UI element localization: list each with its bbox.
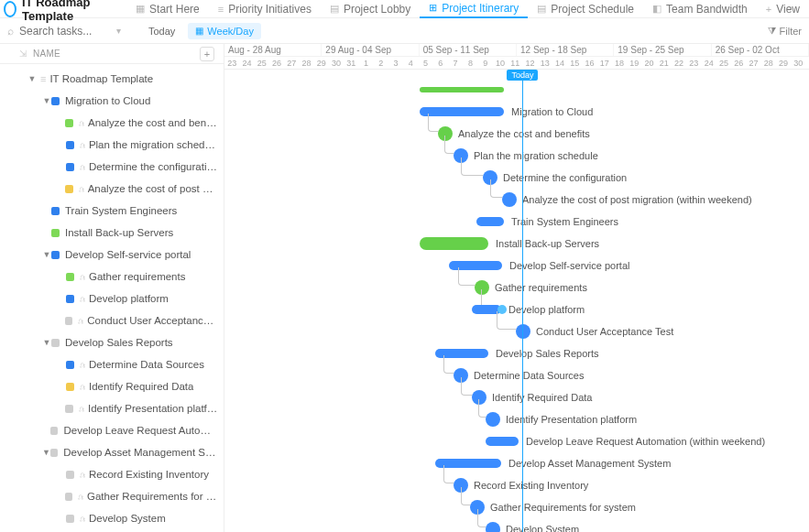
gantt-label: Conduct User Acceptance Test: [536, 326, 673, 337]
gantt-row[interactable]: Develop platform: [224, 299, 809, 320]
tree-row[interactable]: Train System Engineers: [0, 200, 224, 222]
gantt-row[interactable]: Conduct User Acceptance Test: [224, 320, 809, 342]
tab-4[interactable]: ▤Project Schedule: [528, 0, 643, 18]
tree-row[interactable]: ▼Develop Asset Management System: [0, 441, 224, 463]
gantt-bar[interactable]: [486, 437, 519, 446]
caret-icon[interactable]: ▼: [42, 96, 51, 105]
status-square: [51, 229, 60, 237]
weekday-label: Week/Day: [207, 26, 254, 37]
tree-row[interactable]: ⎌Record Existing Inventory: [0, 463, 224, 485]
filter-label: Filter: [780, 26, 802, 37]
search-input[interactable]: [19, 25, 111, 38]
task-name: Conduct User Acceptance Test: [87, 315, 218, 326]
main-split: ⇲ NAME + ▼≡IT Roadmap Template▼Migration…: [0, 44, 809, 532]
week-header: 26 Sep - 02 Oct: [712, 44, 809, 56]
gantt-row[interactable]: Migration to Cloud: [224, 101, 809, 123]
status-square: [65, 119, 73, 127]
tree-row[interactable]: ▼≡IT Roadmap Template: [0, 68, 224, 90]
tree-row[interactable]: ⎌Gather requirements: [0, 266, 224, 288]
gantt-milestone[interactable]: [486, 412, 500, 427]
gantt-milestone[interactable]: [475, 280, 489, 295]
dependency-line: [461, 487, 470, 505]
tree-row[interactable]: ⎌Develop System: [0, 507, 224, 529]
gantt-bar[interactable]: [449, 261, 502, 270]
name-column-header: NAME: [33, 49, 60, 59]
gantt-label: Gather requirements: [495, 282, 587, 293]
status-square: [66, 163, 74, 171]
week-header: 12 Sep - 18 Sep: [517, 44, 614, 56]
gantt-summary-bar[interactable]: [420, 87, 504, 92]
tab-6[interactable]: +View: [757, 0, 809, 18]
gantt-row[interactable]: Develop System: [224, 518, 809, 532]
gantt-milestone[interactable]: [502, 192, 517, 207]
gantt-label: Analyze the cost of post migration (with…: [522, 194, 752, 205]
gantt-bar[interactable]: [420, 237, 488, 250]
tab-label: Start Here: [149, 3, 200, 16]
day-cell: 29: [776, 57, 791, 69]
dependency-line: [458, 267, 475, 286]
tree-row[interactable]: ⎌Analyze the cost of post mig...: [0, 178, 224, 200]
gantt-milestone[interactable]: [486, 522, 500, 532]
tree-row[interactable]: ⎌Develop platform: [0, 288, 224, 309]
caret-icon[interactable]: ▼: [42, 448, 50, 457]
caret-icon[interactable]: ▼: [42, 250, 51, 259]
tab-0[interactable]: ▦Start Here: [126, 0, 209, 18]
gantt-row[interactable]: Gather Requirements for system: [224, 496, 809, 518]
gantt-label: Identify Required Data: [492, 392, 592, 403]
gantt-chart[interactable]: TodayMigration to CloudAnalyze the cost …: [224, 70, 809, 532]
tree-row[interactable]: ⎌Plan the migration schedule: [0, 134, 224, 156]
gantt-row[interactable]: Develop Self-service portal: [224, 255, 809, 277]
gantt-row[interactable]: Plan the migration schedule: [224, 145, 809, 167]
gantt-row[interactable]: Record Existing Inventory: [224, 474, 809, 496]
subtask-icon: ⎌: [80, 272, 85, 282]
day-cell: 25: [716, 57, 731, 69]
gantt-row[interactable]: Develop Sales Reports: [224, 342, 809, 364]
gantt-row[interactable]: Develop Leave Request Automation (within…: [224, 430, 809, 452]
tree-row[interactable]: Develop Leave Request Automation: [0, 419, 224, 441]
dependency-line: [461, 377, 472, 396]
tab-1[interactable]: ≡Priority Initiatives: [209, 0, 321, 18]
tree-row[interactable]: ▼Develop Self-service portal: [0, 244, 224, 266]
today-tag: Today: [507, 70, 538, 81]
tree-row[interactable]: ⎌Conduct User Acceptance Test: [0, 309, 224, 331]
gantt-row[interactable]: Identify Presentation platform: [224, 408, 809, 430]
tab-label: Team Bandwidth: [666, 3, 748, 16]
weekday-toggle[interactable]: ▦ Week/Day: [188, 23, 261, 39]
gantt-row[interactable]: Determine Data Sources: [224, 364, 809, 386]
tree-row[interactable]: ⎌Determine Data Sources: [0, 353, 224, 375]
tree-row[interactable]: ▼Develop Sales Reports: [0, 331, 224, 353]
task-name: Gather requirements: [89, 271, 185, 282]
gantt-bar[interactable]: [476, 217, 504, 226]
gantt-row[interactable]: Analyze the cost of post migration (with…: [224, 189, 809, 211]
subtask-icon: ⎌: [78, 492, 83, 502]
task-tree-panel: ⇲ NAME + ▼≡IT Roadmap Template▼Migration…: [0, 44, 224, 532]
caret-icon[interactable]: ▼: [27, 74, 37, 83]
gantt-row[interactable]: Install Back-up Servers: [224, 233, 809, 255]
tab-2[interactable]: ▤Project Lobby: [321, 0, 420, 18]
tree-row[interactable]: ▼Migration to Cloud: [0, 90, 224, 112]
gantt-row[interactable]: Train System Engineers: [224, 211, 809, 233]
tree-row[interactable]: Install Back-up Servers: [0, 222, 224, 244]
task-name: Train System Engineers: [65, 205, 177, 216]
tab-5[interactable]: ◧Team Bandwidth: [643, 0, 757, 18]
tree-row[interactable]: ⎌Gather Requirements for syst...: [0, 485, 224, 507]
gantt-row[interactable]: Gather requirements: [224, 277, 809, 299]
tree-row[interactable]: ⎌Analyze the cost and benefits: [0, 112, 224, 134]
today-button[interactable]: Today: [143, 24, 180, 38]
gantt-row[interactable]: Identify Required Data: [224, 386, 809, 408]
gantt-row[interactable]: [224, 79, 809, 101]
tree-row[interactable]: ⎌Determine the configuration: [0, 156, 224, 178]
gantt-row[interactable]: Develop Asset Management System: [224, 452, 809, 474]
caret-icon[interactable]: ▼: [42, 338, 51, 347]
filter-button[interactable]: ⧩ Filter: [768, 25, 802, 37]
gantt-label: Analyze the cost and benefits: [458, 128, 590, 139]
tree-row[interactable]: ⎌Identify Required Data: [0, 375, 224, 397]
gantt-row[interactable]: Analyze the cost and benefits: [224, 123, 809, 145]
gantt-row[interactable]: Determine the configuration: [224, 167, 809, 189]
tree-row[interactable]: ⎌Identify Presentation platform: [0, 397, 224, 419]
add-column-button[interactable]: +: [200, 47, 214, 61]
week-header: 19 Sep - 25 Sep: [614, 44, 711, 56]
expand-icon[interactable]: ⇲: [16, 49, 29, 59]
tab-3[interactable]: ⊞Project Itinerary: [420, 0, 528, 18]
chevron-down-icon[interactable]: ▾: [116, 26, 121, 36]
